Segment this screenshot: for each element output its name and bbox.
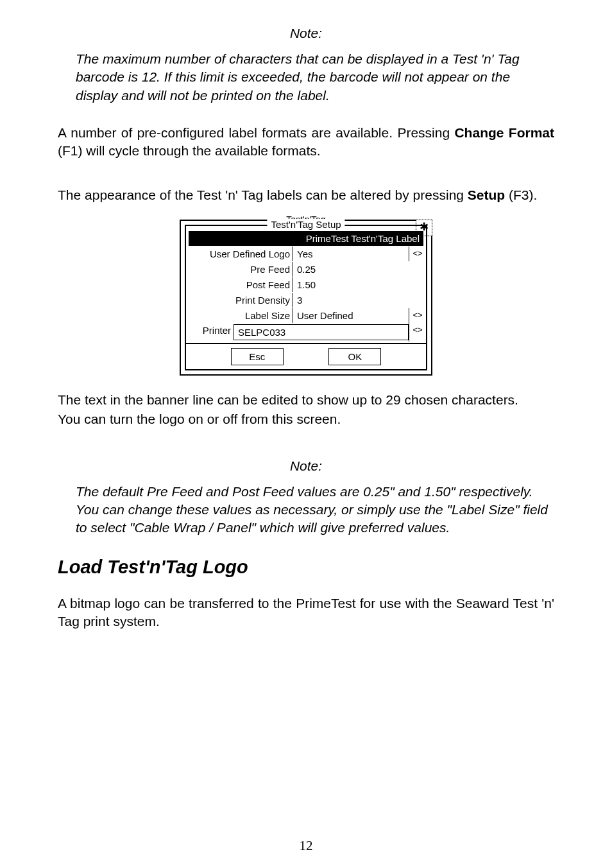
text-run: The appearance of the Test 'n' Tag label…: [58, 187, 468, 202]
bold-run: Change Format: [454, 125, 554, 140]
field-value[interactable]: 0.25: [293, 262, 426, 277]
field-value[interactable]: User Defined: [293, 308, 409, 323]
esc-button[interactable]: Esc: [231, 348, 284, 365]
row-label-size[interactable]: Label Size User Defined <>: [186, 308, 426, 323]
text-run: (F1) will cycle through the available fo…: [58, 143, 321, 158]
note-body: The default Pre Feed and Post Feed value…: [76, 483, 554, 537]
row-print-density[interactable]: Print Density 3: [186, 292, 426, 308]
field-value[interactable]: SELPC033: [234, 324, 409, 340]
note-label: Note:: [58, 26, 554, 41]
note-label: Note:: [58, 458, 554, 474]
paragraph-bitmap-logo: A bitmap logo can be transferred to the …: [58, 595, 554, 631]
row-printer[interactable]: Printer SELPC033 <>: [186, 323, 426, 342]
paragraph-setup: The appearance of the Test 'n' Tag label…: [58, 186, 554, 204]
section-heading: Load Test'n'Tag Logo: [58, 557, 554, 578]
note-body: The maximum number of characters that ca…: [76, 50, 554, 105]
text-run: A number of pre-configured label formats…: [58, 125, 454, 140]
row-post-feed[interactable]: Post Feed 1.50: [186, 277, 426, 292]
row-user-defined-logo[interactable]: User Defined Logo Yes <>: [186, 246, 426, 261]
dialog-inner-title: Test'n'Tag Setup: [267, 219, 344, 230]
ok-button[interactable]: OK: [328, 348, 381, 365]
paragraph-logo-toggle: You can turn the logo on or off from thi…: [58, 410, 554, 428]
field-label: Pre Feed: [186, 262, 293, 277]
field-value[interactable]: 1.50: [293, 277, 426, 292]
field-value[interactable]: Yes: [293, 247, 409, 261]
bold-run: Setup: [468, 187, 505, 202]
cycle-arrows-icon[interactable]: <>: [409, 247, 426, 261]
row-pre-feed[interactable]: Pre Feed 0.25: [186, 261, 426, 277]
text-run: (F3).: [505, 187, 537, 202]
field-label: Print Density: [186, 293, 293, 308]
banner-input[interactable]: PrimeTest Test'n'Tag Label: [189, 231, 423, 246]
field-label: Printer: [186, 323, 234, 342]
field-value[interactable]: 3: [293, 293, 426, 308]
setup-dialog: Test'n'Tag ✱ Test'n'Tag Setup PrimeTest …: [180, 220, 432, 376]
field-label: Label Size: [186, 308, 293, 323]
field-label: User Defined Logo: [186, 247, 293, 261]
page-number: 12: [0, 838, 612, 854]
paragraph-change-format: A number of pre-configured label formats…: [58, 124, 554, 161]
paragraph-banner-info: The text in the banner line can be edite…: [58, 391, 554, 409]
cycle-arrows-icon[interactable]: <>: [409, 323, 426, 342]
field-label: Post Feed: [186, 277, 293, 292]
cycle-arrows-icon[interactable]: <>: [409, 308, 426, 323]
button-row: Esc OK: [186, 344, 426, 369]
